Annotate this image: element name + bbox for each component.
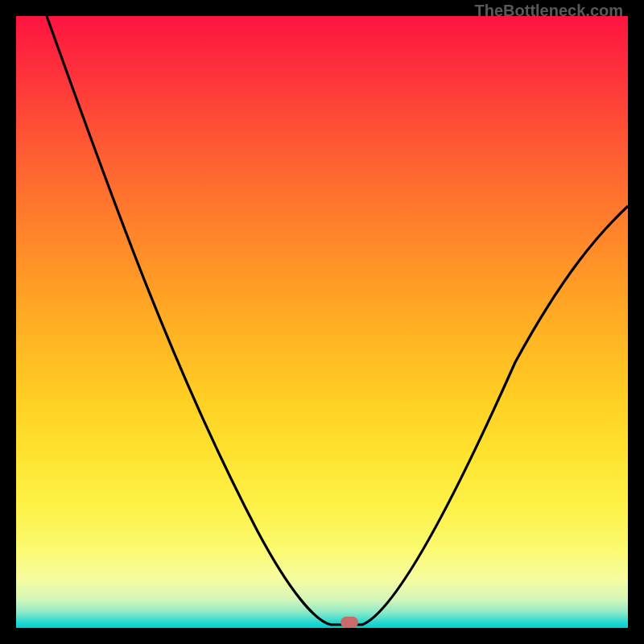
watermark: TheBottleneck.com: [475, 2, 623, 20]
curve-path: [47, 16, 628, 625]
chart-frame: TheBottleneck.com: [0, 0, 644, 644]
bottleneck-curve: [16, 16, 628, 628]
min-marker: [341, 617, 358, 628]
